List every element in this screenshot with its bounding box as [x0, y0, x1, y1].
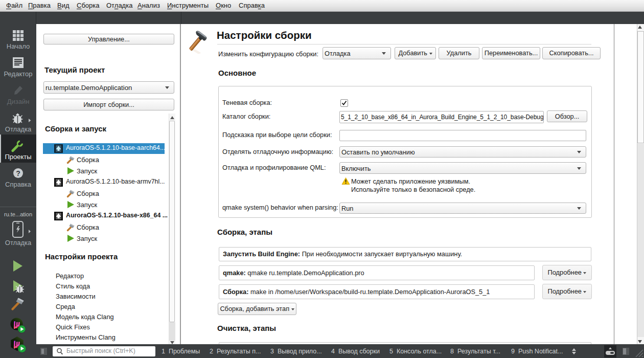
- svg-text:?: ?: [16, 169, 20, 177]
